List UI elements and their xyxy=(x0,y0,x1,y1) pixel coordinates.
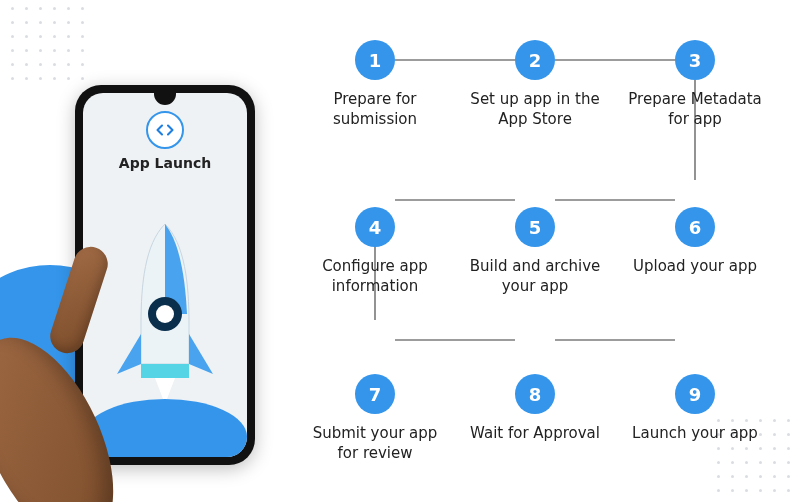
step-label: Configure app information xyxy=(300,257,450,296)
rocket-launch-illustration xyxy=(83,171,247,457)
step-number: 8 xyxy=(515,374,555,414)
step-label: Build and archive your app xyxy=(460,257,610,296)
process-steps: 1 Prepare for submission 2 Set up app in… xyxy=(300,40,770,463)
step-2: 2 Set up app in the App Store xyxy=(460,40,610,129)
step-number: 5 xyxy=(515,207,555,247)
step-label: Prepare for submission xyxy=(300,90,450,129)
svg-point-1 xyxy=(156,305,174,323)
svg-rect-2 xyxy=(141,364,189,378)
phone-title: App Launch xyxy=(119,155,211,171)
step-label: Wait for Approval xyxy=(470,424,600,444)
step-label: Prepare Metadata for app xyxy=(620,90,770,129)
step-7: 7 Submit your app for review xyxy=(300,374,450,463)
step-1: 1 Prepare for submission xyxy=(300,40,450,129)
code-icon xyxy=(146,111,184,149)
step-3: 3 Prepare Metadata for app xyxy=(620,40,770,129)
step-number: 6 xyxy=(675,207,715,247)
step-6: 6 Upload your app xyxy=(620,207,770,296)
step-number: 1 xyxy=(355,40,395,80)
step-label: Launch your app xyxy=(632,424,758,444)
step-5: 5 Build and archive your app xyxy=(460,207,610,296)
step-number: 3 xyxy=(675,40,715,80)
step-number: 4 xyxy=(355,207,395,247)
step-label: Upload your app xyxy=(633,257,757,277)
step-label: Set up app in the App Store xyxy=(460,90,610,129)
step-number: 9 xyxy=(675,374,715,414)
step-8: 8 Wait for Approval xyxy=(460,374,610,463)
step-number: 7 xyxy=(355,374,395,414)
dot-grid-top-left xyxy=(8,4,86,82)
step-4: 4 Configure app information xyxy=(300,207,450,296)
step-label: Submit your app for review xyxy=(300,424,450,463)
step-9: 9 Launch your app xyxy=(620,374,770,463)
step-number: 2 xyxy=(515,40,555,80)
